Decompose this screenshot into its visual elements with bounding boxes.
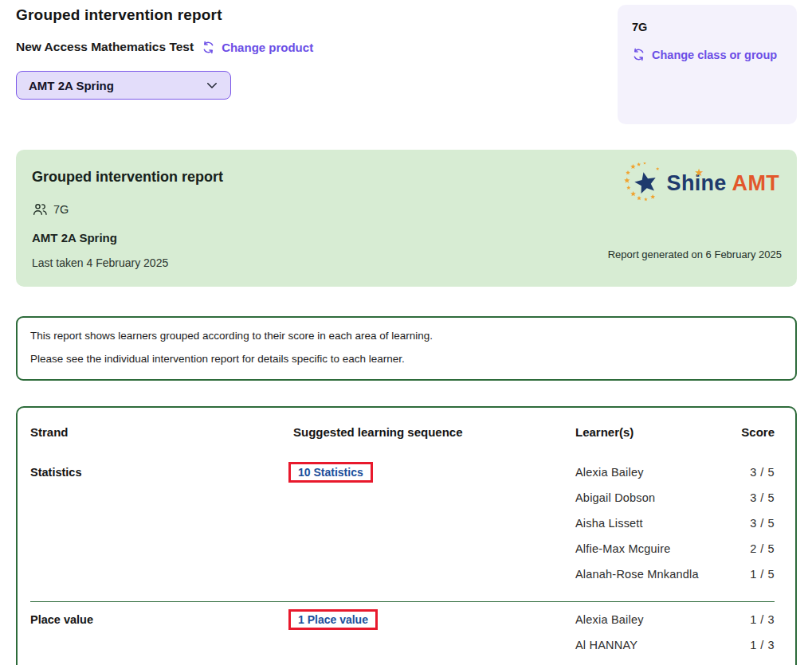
- col-header-strand: Strand: [30, 425, 293, 439]
- refresh-icon: [202, 41, 215, 54]
- shine-amt-logo: Shine★ AMT: [624, 162, 779, 204]
- learner-score: 1 / 5: [750, 568, 775, 581]
- group-icon: [32, 201, 48, 217]
- learner-name: Alexia Bailey: [575, 613, 644, 626]
- learner-score: 1 / 3: [750, 639, 775, 651]
- learner-score: 3 / 5: [750, 517, 775, 530]
- col-header-score: Score: [741, 425, 775, 439]
- banner-test-name: AMT 2A Spring: [32, 231, 781, 244]
- table-header-row: Strand Suggested learning sequence Learn…: [30, 425, 775, 439]
- test-select-dropdown[interactable]: AMT 2A Spring: [16, 71, 231, 100]
- learner-row: Alfie-Max Mcguire2 / 5: [575, 536, 775, 561]
- learning-sequence-link[interactable]: 1 Place value: [298, 613, 368, 626]
- page-title: Grouped intervention report: [16, 6, 222, 24]
- report-generated-date: Report generated on 6 February 2025: [608, 248, 782, 260]
- change-group-label: Change class or group: [652, 49, 777, 61]
- logo-shine-text: Shine★: [667, 171, 727, 196]
- learner-score: 3 / 5: [750, 491, 775, 504]
- strand-name: Statistics: [30, 460, 293, 485]
- learner-name: Alfie-Max Mcguire: [575, 542, 670, 555]
- report-table: Strand Suggested learning sequence Learn…: [16, 406, 797, 665]
- col-header-sequence: Suggested learning sequence: [293, 425, 575, 439]
- strand-row: Statistics10 StatisticsAlexia Bailey3 / …: [30, 439, 775, 601]
- learner-name: Aisha Lissett: [575, 517, 643, 530]
- learning-sequence-link[interactable]: 10 Statistics: [298, 466, 363, 479]
- highlight-annotation-box: 10 Statistics: [288, 462, 373, 483]
- product-row: New Access Mathematics Test Change produ…: [16, 40, 313, 54]
- learner-row: Alexia Bailey1 / 3: [575, 607, 775, 632]
- change-product-label: Change product: [222, 41, 313, 54]
- learner-row: Alexia Bailey3 / 5: [575, 460, 775, 485]
- product-name: New Access Mathematics Test: [16, 40, 194, 54]
- strand-row: Place value1 Place valueAlexia Bailey1 /…: [30, 601, 775, 665]
- learners-list: Alexia Bailey3 / 5Abigail Dobson3 / 5Ais…: [575, 460, 775, 587]
- strand-name: Place value: [30, 607, 293, 632]
- chevron-down-icon: [205, 78, 219, 92]
- notice-line-2: Please see the individual intervention r…: [30, 354, 783, 365]
- col-header-learners: Learner(s): [575, 425, 634, 439]
- highlight-annotation-box: 1 Place value: [288, 609, 378, 630]
- refresh-icon: [632, 48, 645, 61]
- group-panel: 7G Change class or group: [618, 5, 797, 124]
- grouped-intervention-report-page: Grouped intervention report New Access M…: [0, 0, 812, 665]
- report-table-body: Statistics10 StatisticsAlexia Bailey3 / …: [30, 439, 775, 665]
- star-icon: ★: [695, 166, 704, 178]
- logo-amt-text: AMT: [732, 171, 779, 196]
- col-header-learners-score: Learner(s) Score: [575, 425, 775, 439]
- learner-score: 1 / 3: [750, 613, 775, 626]
- learner-score: 3 / 5: [750, 466, 775, 479]
- notice-box: This report shows learners grouped accor…: [16, 316, 797, 381]
- notice-line-1: This report shows learners grouped accor…: [30, 331, 783, 342]
- report-banner: Grouped intervention report 7G AMT 2A Sp…: [16, 150, 797, 287]
- learner-name: Alexia Bailey: [575, 466, 644, 479]
- learner-row: Abigail Dobson3 / 5: [575, 485, 775, 510]
- group-name: 7G: [632, 21, 783, 33]
- learner-name: Al HANNAY: [575, 639, 637, 651]
- learner-row: Alanah-Rose Mnkandla1 / 5: [575, 561, 775, 587]
- test-select-value: AMT 2A Spring: [29, 79, 114, 92]
- banner-group-name: 7G: [53, 203, 69, 216]
- learners-list: Alexia Bailey1 / 3Al HANNAY1 / 3: [575, 607, 775, 658]
- change-group-link[interactable]: Change class or group: [632, 48, 777, 61]
- star-cluster-icon: [624, 162, 665, 204]
- learner-row: Aisha Lissett3 / 5: [575, 510, 775, 536]
- change-product-link[interactable]: Change product: [202, 41, 313, 54]
- learner-row: Al HANNAY1 / 3: [575, 632, 775, 658]
- learner-score: 2 / 5: [750, 542, 775, 555]
- banner-group-row: 7G: [32, 201, 781, 217]
- learner-name: Abigail Dobson: [575, 491, 655, 504]
- learner-name: Alanah-Rose Mnkandla: [575, 568, 699, 581]
